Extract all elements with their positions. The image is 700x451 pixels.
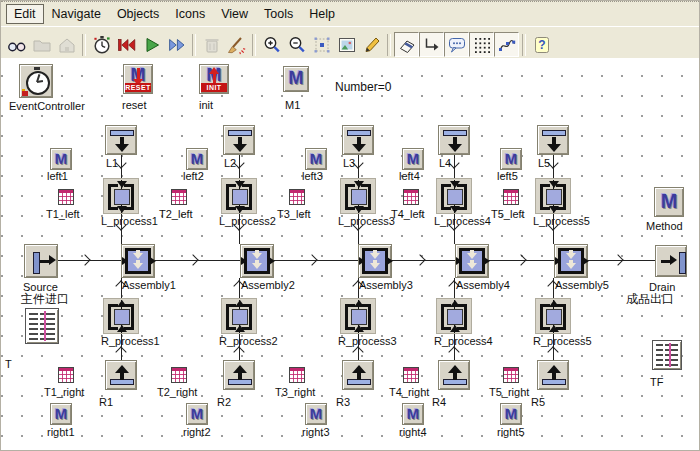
L-process3-icon[interactable] bbox=[340, 178, 376, 214]
T2-right-table-icon[interactable] bbox=[171, 367, 187, 383]
left3-method-icon[interactable]: M bbox=[305, 148, 327, 170]
fast-forward-button[interactable] bbox=[164, 32, 189, 57]
left1-method-icon[interactable]: M bbox=[50, 148, 72, 170]
T5-left-table-icon[interactable] bbox=[503, 189, 519, 205]
R-process1-icon[interactable] bbox=[103, 298, 139, 334]
init-method-icon[interactable]: M INIT bbox=[199, 64, 229, 94]
m1-method-icon[interactable]: M bbox=[283, 66, 309, 92]
curve-points-button[interactable] bbox=[494, 32, 519, 57]
glasses-button[interactable] bbox=[4, 32, 29, 57]
T2-left-table-icon[interactable] bbox=[171, 189, 187, 205]
menu-help[interactable]: Help bbox=[301, 4, 343, 24]
tf-table-icon[interactable] bbox=[652, 340, 682, 370]
R-process5-icon[interactable] bbox=[535, 298, 571, 334]
right2-method-icon[interactable]: M bbox=[186, 403, 208, 425]
play-button[interactable] bbox=[139, 32, 164, 57]
help-button[interactable]: ? bbox=[529, 32, 554, 57]
assembly1-icon[interactable] bbox=[121, 244, 155, 278]
right3-method-icon[interactable]: M bbox=[305, 403, 327, 425]
menu-icons[interactable]: Icons bbox=[167, 4, 213, 24]
R3-buffer-icon[interactable] bbox=[342, 360, 374, 390]
assembly5-icon[interactable] bbox=[554, 244, 588, 278]
L-process5-icon[interactable] bbox=[535, 178, 571, 214]
flow-arrowhead bbox=[612, 254, 623, 265]
picture-button[interactable] bbox=[334, 32, 359, 57]
left1-label: left1 bbox=[47, 170, 68, 182]
R5-buffer-icon[interactable] bbox=[537, 360, 569, 390]
trash-icon bbox=[202, 35, 222, 55]
t-table-icon[interactable] bbox=[25, 308, 59, 344]
right1-method-icon[interactable]: M bbox=[50, 403, 72, 425]
left2-method-icon[interactable]: M bbox=[186, 148, 208, 170]
T5-right-table-icon[interactable] bbox=[503, 367, 519, 383]
model-canvas[interactable]: EventController M RESET reset M INIT ini… bbox=[1, 58, 700, 451]
assembly2-icon[interactable] bbox=[240, 244, 274, 278]
method-letter: M bbox=[187, 404, 207, 423]
L5-buffer-icon[interactable] bbox=[537, 125, 569, 155]
trash-button[interactable] bbox=[199, 32, 224, 57]
T2-right-label: T2_right bbox=[157, 386, 197, 398]
folder-button[interactable] bbox=[29, 32, 54, 57]
pencil-button[interactable] bbox=[359, 32, 384, 57]
L3-buffer-icon[interactable] bbox=[342, 125, 374, 155]
T3-right-table-icon[interactable] bbox=[289, 367, 305, 383]
menu-tools[interactable]: Tools bbox=[256, 4, 301, 24]
zoom-in-icon bbox=[262, 35, 282, 55]
right3-label: right3 bbox=[302, 426, 330, 438]
comment-bubble-button[interactable] bbox=[444, 32, 469, 57]
zoom-in-button[interactable] bbox=[259, 32, 284, 57]
R-process4-icon[interactable] bbox=[436, 298, 472, 334]
grid-dots-icon bbox=[472, 35, 492, 55]
T4-left-label: T4_left bbox=[391, 208, 425, 220]
grid-dots-button[interactable] bbox=[469, 32, 494, 57]
method-icon[interactable]: M bbox=[654, 187, 684, 217]
R2-buffer-icon[interactable] bbox=[223, 360, 255, 390]
menu-edit[interactable]: Edit bbox=[6, 4, 44, 24]
menu-view[interactable]: View bbox=[213, 4, 256, 24]
L-process1-icon[interactable] bbox=[103, 178, 139, 214]
home-button[interactable] bbox=[54, 32, 79, 57]
left3-label: left3 bbox=[302, 170, 323, 182]
source-sublabel: 主件进口 bbox=[21, 293, 69, 305]
R-process5-label: R_process5 bbox=[533, 335, 592, 347]
left5-method-icon[interactable]: M bbox=[500, 148, 522, 170]
m1-label: M1 bbox=[285, 99, 300, 111]
assembly4-icon[interactable] bbox=[455, 244, 489, 278]
drain-icon[interactable] bbox=[655, 245, 687, 277]
T4-right-table-icon[interactable] bbox=[403, 367, 419, 383]
broom-button[interactable] bbox=[224, 32, 249, 57]
method-letter: M bbox=[501, 404, 521, 423]
T3-left-table-icon[interactable] bbox=[289, 189, 305, 205]
snap-points-button[interactable] bbox=[309, 32, 334, 57]
eraser-button[interactable] bbox=[394, 32, 419, 57]
event-controller-icon[interactable] bbox=[19, 64, 53, 98]
R4-buffer-icon[interactable] bbox=[438, 360, 470, 390]
R-process3-icon[interactable] bbox=[340, 298, 376, 334]
assembly3-icon[interactable] bbox=[358, 244, 392, 278]
rewind-reset-button[interactable] bbox=[114, 32, 139, 57]
L4-buffer-icon[interactable] bbox=[438, 125, 470, 155]
left4-method-icon[interactable]: M bbox=[402, 148, 424, 170]
T1-right-table-icon[interactable] bbox=[58, 367, 74, 383]
menu-objects[interactable]: Objects bbox=[109, 4, 167, 24]
source-icon[interactable] bbox=[24, 244, 58, 278]
L-process2-icon[interactable] bbox=[221, 178, 257, 214]
method-letter: M bbox=[51, 149, 71, 168]
L-process4-icon[interactable] bbox=[436, 178, 472, 214]
reset-method-icon[interactable]: M RESET bbox=[123, 64, 153, 94]
R1-buffer-icon[interactable] bbox=[105, 360, 137, 390]
menu-navigate[interactable]: Navigate bbox=[44, 4, 109, 24]
zoom-out-button[interactable] bbox=[284, 32, 309, 57]
T5-left-label: T5_left bbox=[491, 208, 525, 220]
L1-buffer-icon[interactable] bbox=[105, 125, 137, 155]
T1-left-table-icon[interactable] bbox=[58, 189, 74, 205]
L2-buffer-icon[interactable] bbox=[223, 125, 255, 155]
stopwatch-button[interactable] bbox=[89, 32, 114, 57]
right1-label: right1 bbox=[47, 426, 75, 438]
right5-method-icon[interactable]: M bbox=[500, 403, 522, 425]
R-process2-icon[interactable] bbox=[221, 298, 257, 334]
T4-left-table-icon[interactable] bbox=[403, 189, 419, 205]
flow-arrowhead bbox=[115, 346, 126, 357]
right4-method-icon[interactable]: M bbox=[402, 403, 424, 425]
connector-button[interactable] bbox=[419, 32, 444, 57]
